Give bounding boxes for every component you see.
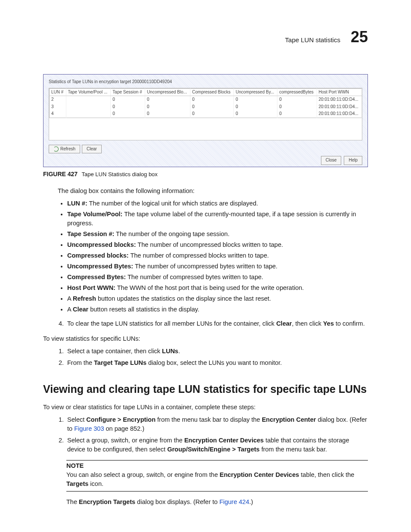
- chapter-number: 25: [351, 26, 368, 48]
- info-bullets: LUN #: The number of the logical unit fo…: [58, 199, 368, 314]
- section-steps: Select Configure > Encryption from the m…: [43, 415, 368, 454]
- clear-button[interactable]: Clear: [82, 145, 102, 154]
- figure-caption: FIGURE 427 Tape LUN Statistics dialog bo…: [43, 170, 368, 179]
- list-item: LUN #: The number of the logical unit fo…: [67, 199, 368, 208]
- column-header: Compressed Blocks: [190, 88, 234, 96]
- list-item: Compressed blocks: The number of compres…: [67, 251, 368, 260]
- column-header: LUN #: [50, 88, 66, 96]
- view-steps: Select a tape container, then click LUNs…: [43, 347, 368, 367]
- section-step-1: Select Configure > Encryption from the m…: [65, 415, 368, 433]
- figure-caption-text: Tape LUN Statistics dialog box: [82, 171, 158, 177]
- section-intro: To view or clear statistics for tape LUN…: [43, 403, 368, 412]
- dialog-screenshot: Statistics of Tape LUNs in encryption ta…: [43, 74, 368, 167]
- stats-table-wrap: LUN #Tape Volume/Pool ...Tape Session #U…: [49, 88, 362, 140]
- figure-label: FIGURE 427: [43, 171, 78, 177]
- list-item: Tape Volume/Pool: The tape volume label …: [67, 210, 368, 228]
- view-step-1: Select a tape container, then click LUNs…: [65, 347, 368, 356]
- clear-label: Clear: [87, 146, 97, 152]
- column-header: Host Port WWN: [317, 88, 362, 96]
- dialog-button-row: Refresh Clear: [49, 145, 362, 154]
- continued-steps: To clear the tape LUN statistics for all…: [43, 319, 368, 328]
- column-header: Uncompressed By...: [234, 88, 277, 96]
- close-button[interactable]: Close: [321, 156, 342, 165]
- figure-424-link[interactable]: Figure 424: [219, 498, 249, 505]
- intro-line: The dialog box contains the following in…: [58, 187, 368, 196]
- column-header: Uncompressed Blo...: [145, 88, 190, 96]
- help-button[interactable]: Help: [344, 156, 362, 165]
- dialog-footer: Close Help: [49, 156, 362, 165]
- refresh-label: Refresh: [60, 146, 75, 152]
- refresh-button[interactable]: Refresh: [49, 145, 80, 154]
- column-header: Tape Volume/Pool ...: [66, 88, 111, 96]
- table-row: 20000020:01:00:11:0D:D4...: [50, 96, 362, 103]
- running-title: Tape LUN statistics: [285, 35, 340, 45]
- view-step-2: From the Target Tape LUNs dialog box, se…: [65, 358, 368, 367]
- list-item: Tape Session #: The number of the ongoin…: [67, 230, 368, 239]
- list-item: A Refresh button updates the statistics …: [67, 294, 368, 303]
- dialog-title: Statistics of Tape LUNs in encryption ta…: [49, 79, 362, 85]
- running-header: Tape LUN statistics 25: [43, 26, 368, 48]
- stats-table: LUN #Tape Volume/Pool ...Tape Session #U…: [49, 88, 362, 118]
- step-4: To clear the tape LUN statistics for all…: [65, 319, 368, 328]
- table-row: 30000020:01:00:11:0D:D4...: [50, 103, 362, 111]
- table-row: 40000020:01:00:11:0D:D4...: [50, 110, 362, 118]
- list-item: Uncompressed blocks: The number of uncom…: [67, 240, 368, 249]
- column-header: Tape Session #: [111, 88, 145, 96]
- after-note: The Encryption Targets dialog box displa…: [66, 498, 368, 507]
- view-intro: To view statistics for specific LUNs:: [43, 334, 368, 343]
- list-item: A Clear button resets all statistics in …: [67, 305, 368, 314]
- refresh-icon: [53, 146, 59, 152]
- list-item: Compressed Bytes: The number of compress…: [67, 273, 368, 282]
- note-block: NOTE You can also select a group, switch…: [66, 460, 368, 492]
- list-item: Uncompressed Bytes: The number of uncomp…: [67, 262, 368, 271]
- section-step-2: Select a group, switch, or engine from t…: [65, 436, 368, 454]
- column-header: compressedBytes: [277, 88, 317, 96]
- list-item: Host Port WWN: The WWN of the host port …: [67, 283, 368, 292]
- note-body: You can also select a group, switch, or …: [66, 470, 368, 492]
- section-heading: Viewing and clearing tape LUN statistics…: [43, 381, 368, 397]
- note-title: NOTE: [66, 460, 368, 470]
- figure-303-link[interactable]: Figure 303: [74, 425, 104, 432]
